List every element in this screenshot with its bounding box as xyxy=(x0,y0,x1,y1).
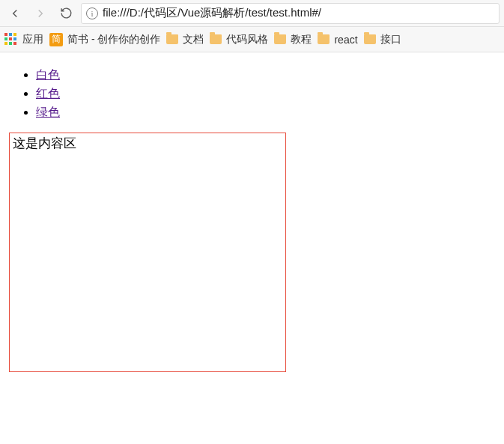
bookmark-folder-react[interactable]: react xyxy=(318,34,357,46)
bookmark-label: 接口 xyxy=(380,33,401,46)
bookmark-folder-tutorial[interactable]: 教程 xyxy=(274,33,312,46)
bookmark-label: 代码风格 xyxy=(226,33,268,46)
jianshu-icon: 简 xyxy=(49,33,63,46)
bookmark-label: 文档 xyxy=(183,33,204,46)
browser-toolbar: i file:///D:/代码区/Vue源码解析/test/test.html#… xyxy=(0,0,504,27)
apps-shortcut[interactable]: 应用 xyxy=(4,33,43,46)
back-button[interactable] xyxy=(4,3,25,24)
bookmark-label: 教程 xyxy=(291,33,312,46)
forward-button[interactable] xyxy=(30,3,51,24)
bookmark-label: react xyxy=(334,34,357,46)
content-text: 这是内容区 xyxy=(13,136,76,150)
address-bar[interactable]: i file:///D:/代码区/Vue源码解析/test/test.html#… xyxy=(81,3,500,24)
folder-icon xyxy=(166,34,178,44)
color-link-list: 白色 红色 绿色 xyxy=(6,67,498,121)
apps-label: 应用 xyxy=(22,33,43,46)
content-area: 这是内容区 xyxy=(9,133,286,372)
link-white[interactable]: 白色 xyxy=(36,68,60,81)
folder-icon xyxy=(318,34,330,44)
page-content: 白色 红色 绿色 这是内容区 xyxy=(0,52,504,378)
bookmark-folder-docs[interactable]: 文档 xyxy=(166,33,204,46)
reload-button[interactable] xyxy=(55,3,76,24)
bookmarks-bar: 应用 简 简书 - 创作你的创作 文档 代码风格 教程 react 接口 xyxy=(0,27,504,52)
folder-icon xyxy=(364,34,376,44)
folder-icon xyxy=(274,34,286,44)
bookmark-label: 简书 - 创作你的创作 xyxy=(67,33,160,46)
list-item: 绿色 xyxy=(36,105,498,121)
info-circle-icon: i xyxy=(86,7,98,19)
folder-icon xyxy=(210,34,222,44)
url-text: file:///D:/代码区/Vue源码解析/test/test.html#/ xyxy=(103,6,321,20)
apps-grid-icon xyxy=(4,33,18,46)
bookmark-folder-codestyle[interactable]: 代码风格 xyxy=(210,33,268,46)
link-green[interactable]: 绿色 xyxy=(36,106,60,118)
list-item: 白色 xyxy=(36,67,498,83)
list-item: 红色 xyxy=(36,86,498,102)
bookmark-folder-api[interactable]: 接口 xyxy=(364,33,401,46)
link-red[interactable]: 红色 xyxy=(36,87,60,100)
bookmark-jianshu[interactable]: 简 简书 - 创作你的创作 xyxy=(49,33,160,46)
